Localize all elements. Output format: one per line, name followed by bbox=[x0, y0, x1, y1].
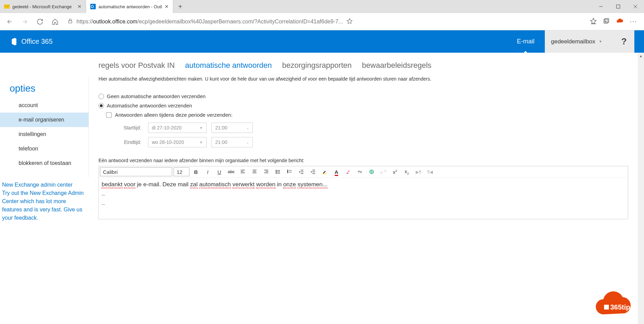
forward-button[interactable] bbox=[19, 15, 31, 28]
chevron-down-icon: ⌄ bbox=[246, 140, 249, 144]
align-right-button[interactable] bbox=[261, 167, 271, 176]
svg-rect-7 bbox=[69, 21, 72, 23]
lock-icon bbox=[67, 18, 73, 25]
favorites-icon[interactable] bbox=[590, 18, 597, 25]
new-tab-button[interactable]: + bbox=[173, 0, 187, 13]
maximize-button[interactable] bbox=[610, 0, 627, 13]
brand-text: Office 365 bbox=[21, 38, 53, 45]
sidebar-item-4[interactable]: blokkeren of toestaan bbox=[0, 156, 89, 170]
main-panel: regels voor Postvak INautomatische antwo… bbox=[89, 53, 638, 324]
start-time-select[interactable]: 21:00⌄ bbox=[211, 123, 253, 133]
365tips-badge: 365tips bbox=[593, 290, 641, 321]
help-button[interactable]: ? bbox=[614, 30, 634, 53]
highlight-button[interactable] bbox=[320, 167, 330, 176]
bold-button[interactable]: B bbox=[191, 167, 201, 176]
start-label: Starttijd: bbox=[116, 125, 143, 130]
onedrive-icon[interactable] bbox=[616, 17, 624, 26]
indent-button[interactable] bbox=[308, 167, 318, 176]
editor-label: Eén antwoord verzenden naar iedere afzen… bbox=[98, 158, 628, 163]
svg-rect-4 bbox=[616, 5, 620, 8]
browser-tab-1[interactable]: automatische antwoorden - Outl ✕ bbox=[86, 0, 173, 13]
svg-rect-38 bbox=[323, 174, 327, 174]
more-icon[interactable]: ··· bbox=[630, 18, 637, 25]
strikethrough-button[interactable]: abc bbox=[226, 167, 236, 176]
unlink-button[interactable] bbox=[378, 167, 388, 176]
content-tabs: regels voor Postvak INautomatische antwo… bbox=[98, 61, 628, 70]
checkbox-icon bbox=[106, 112, 112, 118]
chevron-down-icon: ▼ bbox=[199, 126, 203, 130]
bullet-list-button[interactable] bbox=[273, 167, 283, 176]
browser-tab-0[interactable]: gedeeld - Microsoft Exchange ✕ bbox=[0, 0, 86, 13]
radio-icon bbox=[98, 94, 104, 99]
refresh-button[interactable] bbox=[34, 15, 46, 28]
insert-hr-button[interactable] bbox=[355, 167, 365, 176]
home-button[interactable] bbox=[49, 15, 61, 28]
font-size-select[interactable]: 12 bbox=[174, 167, 189, 176]
content-tab-2[interactable]: bezorgingsrapporten bbox=[282, 61, 352, 70]
back-button[interactable] bbox=[3, 15, 16, 28]
radio-no-autoreply[interactable]: Geen automatische antwoorden verzenden bbox=[98, 93, 628, 99]
sidebar-item-3[interactable]: telefoon bbox=[0, 142, 89, 156]
browser-titlebar: gedeeld - Microsoft Exchange ✕ automatis… bbox=[0, 0, 644, 13]
radio-icon bbox=[98, 103, 104, 108]
end-date-select[interactable]: wo 28-10-2020▼ bbox=[148, 137, 207, 147]
editor-toolbar: Calibri 12 B I U abc 12 A x2 bbox=[99, 166, 628, 178]
mail-favicon-icon bbox=[4, 4, 10, 9]
sidebar: opties accounte-mail organisereninstelli… bbox=[0, 77, 89, 177]
italic-button[interactable]: I bbox=[202, 167, 213, 176]
font-color-button[interactable]: A bbox=[331, 167, 342, 176]
address-bar: https://outlook.office.com/ecp/gedeeldem… bbox=[0, 13, 644, 30]
link-button[interactable] bbox=[366, 167, 377, 176]
o365-header: Office 365 E-mail gedeeldemailbox ▼ ? bbox=[0, 30, 644, 53]
nav-email[interactable]: E-mail bbox=[507, 30, 545, 53]
font-family-select[interactable]: Calibri bbox=[100, 167, 172, 176]
end-label: Eindtijd: bbox=[116, 139, 143, 145]
chevron-down-icon: ⌄ bbox=[246, 126, 249, 130]
rtl-button[interactable]: ¶◀ bbox=[425, 167, 435, 176]
underline-button[interactable]: U bbox=[214, 167, 225, 176]
url-box[interactable]: https://outlook.office.com/ecp/gedeeldem… bbox=[64, 15, 587, 28]
ltr-button[interactable]: ▶¶ bbox=[413, 167, 424, 176]
content-tab-0[interactable]: regels voor Postvak IN bbox=[98, 61, 175, 70]
scroll-up-icon[interactable]: ▲ bbox=[638, 53, 644, 59]
svg-rect-0 bbox=[4, 4, 10, 9]
superscript-button[interactable]: x2 bbox=[390, 167, 400, 176]
svg-point-24 bbox=[276, 171, 277, 172]
close-icon[interactable]: ✕ bbox=[165, 4, 169, 9]
close-icon[interactable]: ✕ bbox=[77, 4, 82, 9]
promo-link[interactable]: New Exchange admin center Try out the Ne… bbox=[0, 177, 89, 226]
subscript-button[interactable]: x2 bbox=[402, 167, 412, 176]
number-list-button[interactable]: 12 bbox=[284, 167, 295, 176]
page-description: Hier automatische afwezigheidsberichten … bbox=[98, 76, 628, 82]
minimize-button[interactable] bbox=[592, 0, 610, 13]
collections-icon[interactable] bbox=[603, 18, 610, 25]
chevron-down-icon: ▼ bbox=[199, 140, 203, 144]
clear-format-button[interactable] bbox=[343, 167, 353, 176]
tab-title: automatische antwoorden - Outl bbox=[98, 4, 162, 9]
align-center-button[interactable] bbox=[249, 167, 260, 176]
scrollbar[interactable]: ▲ bbox=[638, 53, 644, 324]
svg-text:2: 2 bbox=[287, 171, 288, 173]
outlook-favicon-icon bbox=[90, 4, 96, 9]
sidebar-item-2[interactable]: instellingen bbox=[0, 127, 89, 142]
content-tab-1[interactable]: automatische antwoorden bbox=[185, 61, 272, 70]
sidebar-item-0[interactable]: account bbox=[0, 98, 89, 113]
office365-logo[interactable]: Office 365 bbox=[10, 37, 53, 46]
sidebar-item-1[interactable]: e-mail organiseren bbox=[0, 113, 89, 127]
align-left-button[interactable] bbox=[238, 167, 248, 176]
chevron-down-icon: ▼ bbox=[599, 40, 602, 43]
content-tab-3[interactable]: bewaarbeleidsregels bbox=[362, 61, 432, 70]
start-date-select[interactable]: di 27-10-2020▼ bbox=[148, 123, 207, 133]
sidebar-title: opties bbox=[0, 77, 89, 98]
star-icon[interactable] bbox=[346, 18, 353, 25]
editor-body[interactable]: bedankt voor je e-mail. Deze mail zal au… bbox=[99, 178, 628, 219]
rich-text-editor: Calibri 12 B I U abc 12 A x2 bbox=[98, 166, 628, 219]
outdent-button[interactable] bbox=[296, 167, 307, 176]
end-time-select[interactable]: 21:00⌄ bbox=[211, 137, 253, 147]
checkbox-period[interactable]: Antwoorden alleen tijdens deze periode v… bbox=[106, 112, 628, 118]
tab-title: gedeeld - Microsoft Exchange bbox=[12, 4, 75, 9]
svg-rect-44 bbox=[604, 305, 609, 310]
close-window-button[interactable] bbox=[627, 0, 644, 13]
radio-autoreply[interactable]: Automatische antwoorden verzenden bbox=[98, 103, 628, 108]
user-menu[interactable]: gedeeldemailbox ▼ bbox=[545, 30, 614, 53]
